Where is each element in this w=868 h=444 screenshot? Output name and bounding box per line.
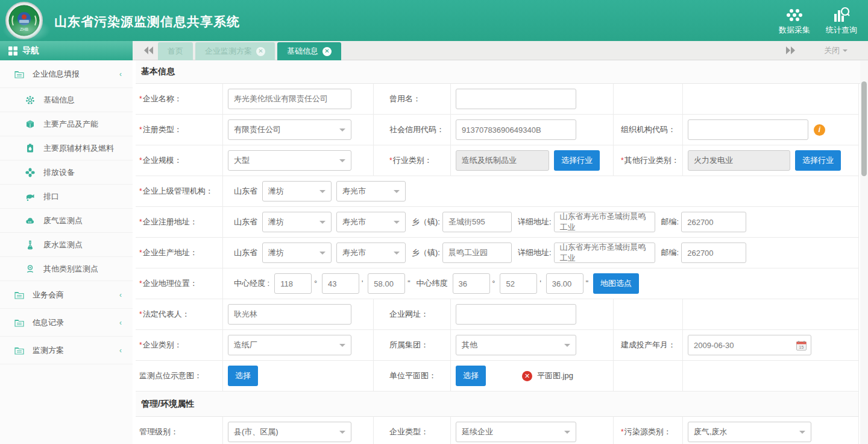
website-label: 企业网址： xyxy=(389,309,429,320)
tab-label: 企业监测方案 xyxy=(205,46,252,57)
cube-icon xyxy=(25,119,35,129)
tab-enterprise-monitor-plan[interactable]: 企业监测方案 ✕ xyxy=(195,42,275,60)
credit-code-input[interactable]: 91370783690649340B xyxy=(456,119,576,140)
close-icon[interactable]: ✕ xyxy=(322,47,332,56)
chevron-down-icon xyxy=(394,190,400,196)
vertical-scrollbar[interactable] xyxy=(860,60,868,444)
fuel-icon xyxy=(25,144,35,153)
tab-basic-info[interactable]: 基础信息 ✕ xyxy=(277,42,341,60)
sidebar-item-enterprise-info-fill[interactable]: 企业信息填报 ‹ xyxy=(0,60,133,88)
reg-city-select[interactable]: 潍坊 xyxy=(262,212,332,232)
header-actions: 数据采集 统计查询 xyxy=(779,5,857,36)
sidebar-item-label: 基础信息 xyxy=(43,95,133,106)
website-input[interactable] xyxy=(456,304,576,325)
svg-text:15: 15 xyxy=(799,345,804,349)
management-env-form: 管理级别： 县(市、区属) 企业类型： 延续企业 *污染源类别： 废气,废水 xyxy=(136,417,859,444)
prod-city-select[interactable]: 潍坊 xyxy=(262,243,332,263)
select-other-industry-button[interactable]: 选择行业 xyxy=(795,150,841,171)
authority-city-select[interactable]: 潍坊 xyxy=(262,181,332,201)
production-date-input[interactable]: 2009-06-30 15 xyxy=(688,335,811,355)
delete-file-icon[interactable]: ✕ xyxy=(522,371,532,381)
lat-min-input[interactable]: 52 xyxy=(500,273,537,294)
superior-authority-label: 企业上级管理机构： xyxy=(143,186,213,195)
lng-min-input[interactable]: 43 xyxy=(322,273,359,294)
enterprise-scale-label: 企业规模： xyxy=(143,156,182,165)
company-name-label: 企业名称： xyxy=(143,94,182,103)
info-icon[interactable]: i xyxy=(814,124,825,136)
other-industry-input: 火力发电业 xyxy=(688,150,790,171)
former-name-label: 曾用名： xyxy=(389,94,421,104)
sidebar-item-business-consult[interactable]: 业务会商 ‹ xyxy=(0,281,133,309)
company-name-input[interactable]: 寿光美伦纸业有限责任公司 xyxy=(228,89,351,109)
close-icon[interactable]: ✕ xyxy=(256,47,265,56)
reg-county-select[interactable]: 寿光市 xyxy=(336,212,406,232)
legal-representative-input[interactable]: 耿光林 xyxy=(228,304,351,325)
sidebar-item-main-products[interactable]: 主要产品及产能 xyxy=(0,112,133,136)
sidebar-item-waste-water-points[interactable]: 废水监测点 xyxy=(0,233,133,257)
chevron-down-icon xyxy=(799,431,805,437)
reg-zip-input[interactable]: 262700 xyxy=(681,212,746,232)
tabs: 首页 企业监测方案 ✕ 基础信息 ✕ xyxy=(158,42,341,60)
lat-sec-input[interactable]: 36.00 xyxy=(546,273,583,294)
credit-code-label: 社会信用代码： xyxy=(389,124,444,135)
sidebar-item-label: 业务会商 xyxy=(33,290,119,300)
pollution-source-type-select[interactable]: 废气,废水 xyxy=(688,422,811,442)
choose-plan-button[interactable]: 选择 xyxy=(456,366,486,386)
sidebar-item-monitor-plan[interactable]: 监测方案 ‹ xyxy=(0,337,133,364)
tab-home[interactable]: 首页 xyxy=(158,42,193,60)
data-collection-button[interactable]: 数据采集 xyxy=(779,5,810,36)
lat-deg-input[interactable]: 36 xyxy=(453,273,490,294)
group-select[interactable]: 其他 xyxy=(456,335,576,355)
sidebar-item-waste-gas-points[interactable]: 废气监测点 xyxy=(0,209,133,233)
close-tabs-button[interactable]: 关闭 xyxy=(824,45,848,56)
nav-label: 导航 xyxy=(22,45,39,56)
tab-label: 首页 xyxy=(168,46,183,57)
registration-type-select[interactable]: 有限责任公司 xyxy=(228,119,351,140)
calendar-icon[interactable]: 15 xyxy=(796,340,807,350)
scrollbar-thumb[interactable] xyxy=(861,81,867,176)
sidebar-item-emission-equipment[interactable]: 排放设备 xyxy=(0,160,133,185)
sidebar-item-label: 排放设备 xyxy=(43,167,133,178)
management-level-select[interactable]: 县(市、区属) xyxy=(228,422,351,442)
sidebar-item-label: 监测方案 xyxy=(33,345,119,356)
choose-sketch-button[interactable]: 选择 xyxy=(228,366,258,386)
lng-sec-input[interactable]: 58.00 xyxy=(368,273,405,294)
sidebar-item-label: 废气监测点 xyxy=(43,215,133,226)
lng-deg-input[interactable]: 118 xyxy=(274,273,312,294)
sidebar-item-outlet[interactable]: 排口 xyxy=(0,185,133,209)
prod-county-select[interactable]: 寿光市 xyxy=(336,243,406,263)
enterprise-scale-select[interactable]: 大型 xyxy=(228,150,351,171)
industry-category-label: 行业类别： xyxy=(393,156,432,165)
select-industry-button[interactable]: 选择行业 xyxy=(554,150,600,171)
map-pick-button[interactable]: 地图选点 xyxy=(593,273,639,294)
row-company-name: *企业名称： 寿光美伦纸业有限责任公司 曾用名： xyxy=(136,84,858,115)
prod-town-input[interactable]: 晨鸣工业园 xyxy=(442,243,512,263)
dots-grid-icon xyxy=(786,5,803,23)
reg-town-input[interactable]: 圣城街595 xyxy=(442,212,512,232)
sidebar-item-other-points[interactable]: 其他类别监测点 xyxy=(0,257,133,281)
chevron-left-icon: ‹ xyxy=(119,346,122,355)
longitude-label: 中心经度 : xyxy=(234,278,269,289)
map-pin-icon xyxy=(25,264,35,274)
former-name-input[interactable] xyxy=(456,89,576,109)
tab-bar: 首页 企业监测方案 ✕ 基础信息 ✕ 关闭 xyxy=(133,41,868,60)
org-code-input[interactable] xyxy=(688,119,808,140)
other-industry-label: 其他行业类别： xyxy=(624,156,679,165)
enterprise-category-select[interactable]: 造纸厂 xyxy=(228,335,351,355)
prod-detail-input[interactable]: 山东省寿光市圣城街晨鸣工业 xyxy=(554,243,655,263)
tabs-scroll-right-icon[interactable] xyxy=(785,46,796,57)
flask-icon xyxy=(25,240,35,250)
sidebar-item-basic-info[interactable]: 基础信息 xyxy=(0,88,133,112)
sidebar-item-raw-materials-fuel[interactable]: 主要原辅材料及燃料 xyxy=(0,136,133,160)
authority-county-select[interactable]: 寿光市 xyxy=(336,181,406,201)
chevron-down-icon xyxy=(843,49,848,54)
reg-detail-input[interactable]: 山东省寿光市圣城街晨鸣工业 xyxy=(554,212,655,232)
statistics-query-button[interactable]: 统计查询 xyxy=(826,5,857,36)
close-label: 关闭 xyxy=(824,45,840,56)
enterprise-category-label: 企业类别： xyxy=(143,340,182,349)
prod-zip-input[interactable]: 262700 xyxy=(681,243,746,263)
enterprise-type-select[interactable]: 延续企业 xyxy=(456,422,576,442)
sidebar-item-info-records[interactable]: 信息记录 ‹ xyxy=(0,309,133,337)
tabs-scroll-left-icon[interactable] xyxy=(143,46,154,57)
tap-icon xyxy=(25,192,35,201)
